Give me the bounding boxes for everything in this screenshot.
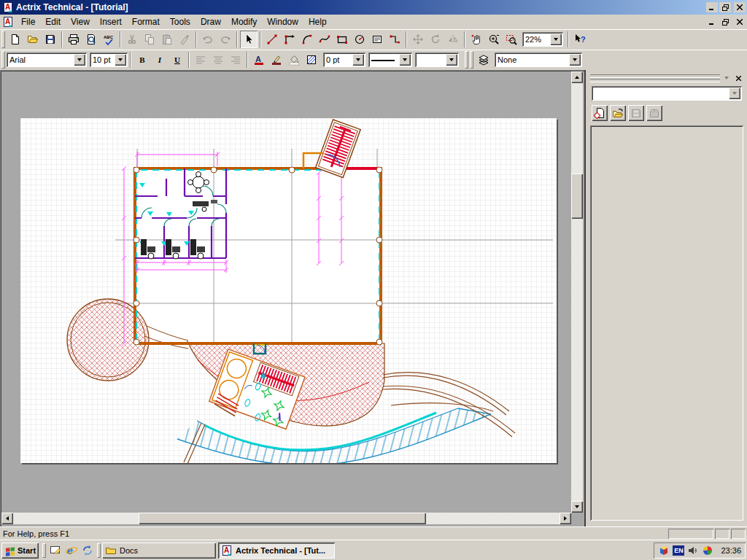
align-left-button[interactable] (192, 51, 209, 69)
minimize-button[interactable] (706, 2, 718, 12)
rectangle-tool-button[interactable] (333, 31, 351, 48)
channels-icon[interactable] (80, 542, 96, 559)
doc-minimize-button[interactable] (706, 17, 718, 27)
menu-view[interactable]: View (66, 15, 95, 29)
pan-button[interactable] (468, 31, 485, 48)
scroll-left-button[interactable] (1, 513, 13, 524)
show-desktop-icon[interactable] (47, 542, 63, 559)
context-help-button[interactable]: ? (571, 31, 589, 48)
doc-restore-button[interactable] (719, 17, 731, 27)
menu-modify[interactable]: Modify (226, 15, 262, 29)
menu-format[interactable]: Format (127, 15, 165, 29)
close-button[interactable] (734, 2, 746, 12)
line-tool-button[interactable] (263, 31, 281, 48)
antivirus-tray-icon[interactable] (658, 545, 670, 556)
display-tray-icon[interactable] (702, 545, 713, 556)
scroll-right-button[interactable] (560, 513, 571, 524)
copy-button[interactable] (141, 31, 158, 48)
task-button-docs[interactable]: Docs (102, 542, 216, 559)
cut-button[interactable] (123, 31, 141, 48)
align-center-button[interactable] (209, 51, 227, 69)
style-combo-arrow[interactable] (399, 54, 411, 66)
polyline-tool-button[interactable] (281, 31, 298, 48)
library-new-button[interactable] (592, 105, 608, 121)
arc-tool-button[interactable] (298, 31, 316, 48)
library-list[interactable] (590, 125, 743, 521)
toolbar-gripper[interactable] (1, 51, 5, 69)
scroll-down-button[interactable] (571, 501, 583, 513)
spelling-button[interactable]: ABC (100, 31, 117, 48)
horizontal-scroll-thumb[interactable] (139, 513, 426, 524)
volume-tray-icon[interactable] (687, 545, 699, 556)
library-combo-arrow[interactable] (729, 88, 740, 99)
library-open-button[interactable] (610, 105, 626, 121)
vertical-scrollbar[interactable] (571, 71, 583, 513)
drawing-workspace[interactable] (0, 70, 584, 526)
doc-close-button[interactable] (734, 17, 746, 27)
layer-combo[interactable]: None (495, 52, 582, 67)
font-size-combo[interactable]: 10 pt (90, 52, 128, 67)
weight-combo-arrow[interactable] (352, 54, 364, 66)
print-button[interactable] (65, 31, 82, 48)
bold-button[interactable]: B (133, 51, 151, 69)
pen-color-button[interactable] (268, 51, 285, 69)
taskbar-clock[interactable]: 23:36 (721, 546, 741, 555)
toolbar-gripper[interactable] (1, 31, 5, 48)
title-bar[interactable]: A Actrix Technical - [Tutorial] (0, 0, 747, 15)
menu-insert[interactable]: Insert (95, 15, 127, 29)
restore-button[interactable] (719, 2, 731, 12)
zoom-button[interactable] (485, 31, 503, 48)
document-icon[interactable]: A (0, 14, 16, 30)
select-button[interactable] (240, 31, 258, 48)
font-combo-arrow[interactable] (74, 54, 85, 66)
menu-window[interactable]: Window (262, 15, 303, 29)
panel-gripper[interactable] (590, 74, 720, 82)
print-preview-button[interactable] (82, 31, 100, 48)
underline-button[interactable]: U (169, 51, 186, 69)
menu-edit[interactable]: Edit (40, 15, 66, 29)
line-color-combo[interactable] (415, 52, 459, 67)
save-button[interactable] (42, 31, 59, 48)
zoom-window-button[interactable] (503, 31, 520, 48)
undo-button[interactable] (199, 31, 217, 48)
layers-button[interactable] (475, 51, 492, 69)
drawing-page[interactable] (20, 118, 557, 463)
textbox-tool-button[interactable] (368, 31, 386, 48)
vertical-scroll-thumb[interactable] (571, 174, 583, 219)
font-color-button[interactable]: A (250, 51, 268, 69)
library-save-button[interactable] (628, 105, 644, 121)
panel-close-button[interactable] (733, 73, 743, 83)
spline-tool-button[interactable] (316, 31, 333, 48)
scroll-up-button[interactable] (571, 71, 583, 83)
zoom-level-combo[interactable]: 22% (522, 32, 563, 47)
move-button[interactable] (409, 31, 427, 48)
language-indicator[interactable]: EN (673, 545, 684, 556)
menu-draw[interactable]: Draw (196, 15, 226, 29)
menu-tools[interactable]: Tools (165, 15, 196, 29)
internet-explorer-icon[interactable]: e (63, 542, 80, 559)
circle-tool-button[interactable] (351, 31, 368, 48)
library-insert-button[interactable] (646, 105, 662, 121)
mirror-button[interactable] (444, 31, 462, 48)
library-combo[interactable] (592, 86, 742, 101)
hatch-pattern-button[interactable] (303, 51, 320, 69)
new-button[interactable] (7, 31, 24, 48)
line-style-combo[interactable] (368, 52, 412, 67)
line-weight-combo[interactable]: 0 pt (323, 52, 365, 67)
format-painter-button[interactable] (176, 31, 193, 48)
menu-file[interactable]: File (16, 15, 40, 29)
size-combo-arrow[interactable] (115, 54, 126, 66)
zoom-combo-arrow[interactable] (550, 34, 562, 45)
task-button-actrix[interactable]: A Actrix Technical - [Tut... (218, 542, 335, 559)
horizontal-scrollbar[interactable] (1, 513, 571, 524)
menu-help[interactable]: Help (303, 15, 332, 29)
font-name-combo[interactable]: Arial (7, 52, 87, 67)
start-button[interactable]: Start (1, 542, 39, 559)
align-right-button[interactable] (227, 51, 244, 69)
open-button[interactable] (24, 31, 42, 48)
panel-menu-button[interactable] (721, 73, 732, 83)
italic-button[interactable]: I (151, 51, 169, 69)
layer-combo-arrow[interactable] (569, 54, 581, 66)
color-combo-arrow[interactable] (446, 54, 457, 66)
redo-button[interactable] (217, 31, 234, 48)
